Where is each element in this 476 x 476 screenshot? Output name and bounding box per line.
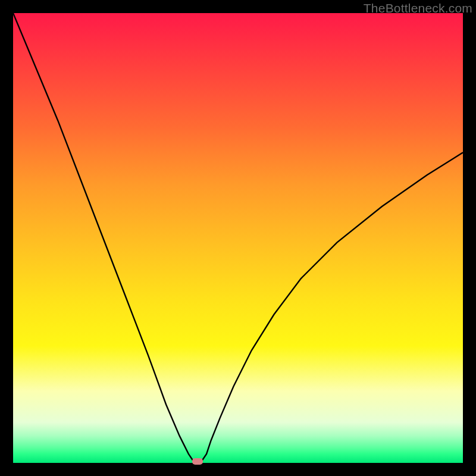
minimum-marker <box>192 458 203 465</box>
bottleneck-curve <box>13 13 463 463</box>
plot-area <box>13 13 463 463</box>
watermark-text: TheBottleneck.com <box>364 1 472 15</box>
chart-frame: TheBottleneck.com <box>0 0 476 476</box>
